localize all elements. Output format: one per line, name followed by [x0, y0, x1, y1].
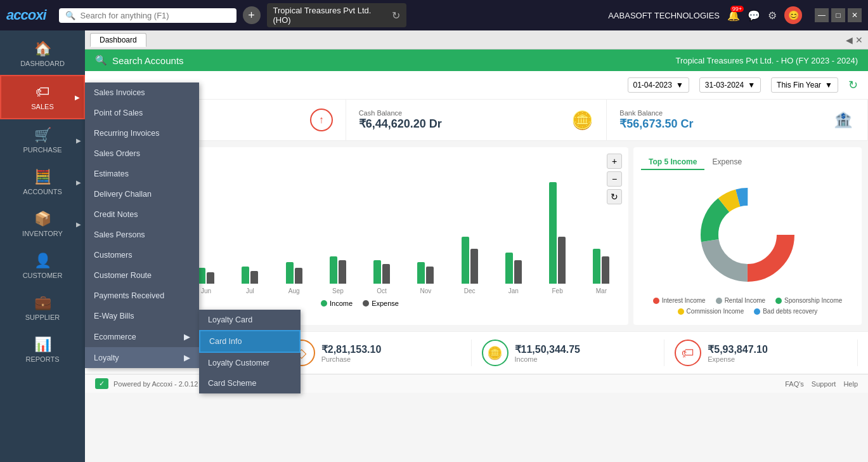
bar-month-label: Oct	[377, 287, 387, 294]
arrow-icon-inventory: ▶	[76, 221, 81, 228]
tab-bar: Dashboard ◀ ✕	[85, 30, 868, 50]
bar-pair	[242, 267, 258, 284]
arrow-icon: ▶	[75, 94, 80, 101]
menu-point-of-sales[interactable]: Point of Sales	[85, 103, 199, 123]
company-header-title: Tropical Treasures Pvt Ltd. - HO (FY 202…	[675, 56, 858, 65]
menu-customer-route[interactable]: Customer Route	[85, 265, 199, 286]
window-controls: — □ ✕	[815, 8, 862, 22]
date-to-input[interactable]: 31-03-2024 ▼	[699, 77, 761, 93]
donut-chart: Top 5 Income Expense	[633, 147, 862, 325]
sidebar-item-dashboard[interactable]: 🏠 DASHBOARD	[0, 33, 85, 75]
income-stat: 🪙 ₹11,50,344.75 Income	[472, 340, 665, 366]
income-bar	[549, 182, 557, 284]
dashboard-icon: 🏠	[34, 41, 51, 57]
submenu-card-info[interactable]: Card Info	[199, 330, 301, 353]
donut-tab-income[interactable]: Top 5 Income	[641, 155, 704, 170]
menu-credit-notes[interactable]: Credit Notes	[85, 204, 199, 225]
menu-recurring-invoices[interactable]: Recurring Invoices	[85, 123, 199, 143]
tab-dashboard[interactable]: Dashboard	[90, 33, 146, 47]
submenu-card-scheme[interactable]: Card Scheme	[199, 373, 301, 393]
bar-month-label: Dec	[464, 287, 476, 294]
menu-eway-bills[interactable]: E-Way Bills	[85, 306, 199, 326]
income-legend-label: Income	[330, 300, 353, 307]
search-accounts[interactable]: 🔍 Search Accounts	[95, 55, 184, 66]
sidebar-item-purchase[interactable]: 🛒 PURCHASE ▶	[0, 119, 85, 161]
menu-sales-persons[interactable]: Sales Persons	[85, 225, 199, 245]
sales-icon: 🏷	[36, 84, 49, 100]
sidebar-item-customer[interactable]: 👤 CUSTOMER	[0, 245, 85, 287]
bar-pair	[330, 256, 346, 284]
top-right: AABASOFT TECHNOLOGIES 🔔 99+ 💬 ⚙ 😊 — □ ✕	[608, 6, 862, 24]
settings-icon[interactable]: ⚙	[768, 10, 777, 22]
close-button[interactable]: ✕	[848, 8, 862, 22]
footer-logo: ✓	[95, 378, 108, 389]
bar-pair	[286, 262, 302, 284]
search-input[interactable]	[81, 11, 220, 20]
submenu-loyalty-card[interactable]: Loyalty Card	[199, 310, 301, 330]
period-select[interactable]: This Fin Year ▼	[771, 77, 838, 93]
sidebar-item-sales[interactable]: 🏷 SALES ▶	[0, 75, 85, 119]
donut-legend-item: Commission Income	[678, 308, 744, 315]
tab-scroll-left[interactable]: ◀	[846, 35, 853, 45]
avatar[interactable]: 😊	[784, 6, 802, 24]
zoom-out-button[interactable]: −	[607, 171, 622, 187]
purchase-stat-label: Purchase	[321, 355, 382, 363]
menu-loyalty[interactable]: Loyalty ▶	[85, 347, 199, 368]
donut-svg-wrap	[641, 178, 854, 292]
dashboard-refresh-icon[interactable]: ↻	[848, 78, 858, 92]
menu-sales-invoices[interactable]: Sales Invoices	[85, 82, 199, 103]
maximize-button[interactable]: □	[831, 8, 845, 22]
income-bar	[286, 262, 294, 284]
expense-legend-label: Expense	[372, 300, 399, 307]
chevron-down-icon: ▼	[825, 81, 832, 89]
notification-badge[interactable]: 🔔 99+	[727, 10, 740, 22]
bar-pair	[198, 268, 214, 284]
zoom-in-button[interactable]: +	[607, 154, 622, 169]
sidebar-item-accounts[interactable]: 🧮 ACCOUNTS ▶	[0, 161, 85, 203]
bar-group: Jan	[494, 253, 533, 294]
loyalty-submenu: Loyalty Card Card Info Loyalty Customer …	[199, 310, 301, 393]
minimize-button[interactable]: —	[815, 8, 829, 22]
donut-dot	[775, 298, 782, 304]
arrow-icon-purchase: ▶	[76, 137, 81, 144]
footer-faq-link[interactable]: FAQ's	[785, 380, 804, 388]
footer-links: FAQ's Support Help	[785, 380, 858, 388]
donut-tab-expense[interactable]: Expense	[704, 155, 749, 170]
donut-legend-label: Commission Income	[687, 308, 744, 315]
notif-count: 99+	[730, 6, 744, 12]
sidebar-item-inventory[interactable]: 📦 INVENTORY ▶	[0, 203, 85, 245]
company-selector[interactable]: Tropical Treasures Pvt Ltd.(HO) ↻	[267, 3, 406, 27]
menu-customers[interactable]: Customers	[85, 245, 199, 265]
menu-payments-received[interactable]: Payments Received	[85, 286, 199, 306]
date-from-input[interactable]: 01-04-2023 ▼	[628, 77, 689, 93]
sidebar-item-reports[interactable]: 📊 REPORTS	[0, 329, 85, 371]
sidebar-item-supplier[interactable]: 💼 SUPPLIER	[0, 287, 85, 329]
menu-delivery-challan[interactable]: Delivery Challan	[85, 184, 199, 204]
expense-bar	[339, 260, 346, 284]
search-icon: 🔍	[65, 11, 75, 20]
refresh-chart-button[interactable]: ↻	[607, 189, 622, 204]
expense-bar	[382, 264, 390, 284]
add-button[interactable]: +	[243, 6, 261, 24]
donut-legend-label: Sponsorship Income	[784, 297, 842, 304]
search-accounts-label: Search Accounts	[112, 55, 184, 66]
expense-bar	[295, 268, 302, 284]
footer-support-link[interactable]: Support	[812, 380, 836, 388]
chat-icon[interactable]: 💬	[748, 10, 760, 22]
bar-pair	[505, 253, 522, 284]
green-header: 🔍 Search Accounts Tropical Treasures Pvt…	[85, 50, 868, 71]
donut-legend-item: Bad debts recovery	[754, 308, 817, 315]
footer-help-link[interactable]: Help	[843, 380, 858, 388]
income-stat-label: Income	[515, 355, 580, 363]
donut-legend-label: Interest Income	[662, 297, 706, 304]
bar-group: Sep	[318, 256, 357, 294]
submenu-loyalty-customer[interactable]: Loyalty Customer	[199, 353, 301, 373]
search-bar[interactable]: 🔍	[59, 8, 236, 23]
cash-balance-indicator: 🪙	[571, 109, 593, 131]
tab-close[interactable]: ✕	[855, 35, 863, 45]
menu-estimates[interactable]: Estimates	[85, 164, 199, 184]
donut-legend-item: Rental Income	[716, 297, 765, 304]
menu-ecommerce[interactable]: Ecommerce ▶	[85, 326, 199, 347]
refresh-icon[interactable]: ↻	[392, 10, 400, 22]
menu-sales-orders[interactable]: Sales Orders	[85, 143, 199, 164]
